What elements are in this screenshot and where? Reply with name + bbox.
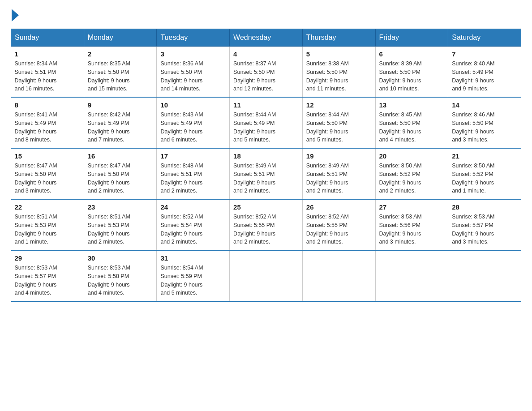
day-info: Sunrise: 8:41 AMSunset: 5:49 PMDaylight:… [15,111,57,143]
day-number: 4 [233,50,299,58]
day-number: 6 [379,50,445,58]
day-cell: 18 Sunrise: 8:49 AMSunset: 5:51 PMDaylig… [230,148,303,199]
day-number: 29 [15,254,80,262]
day-cell: 11 Sunrise: 8:44 AMSunset: 5:49 PMDaylig… [230,97,303,148]
day-number: 5 [306,50,372,58]
day-cell: 16 Sunrise: 8:47 AMSunset: 5:50 PMDaylig… [84,148,157,199]
day-info: Sunrise: 8:54 AMSunset: 5:59 PMDaylight:… [160,265,203,296]
day-info: Sunrise: 8:37 AMSunset: 5:50 PMDaylight:… [233,60,276,92]
calendar-body: 1 Sunrise: 8:34 AMSunset: 5:51 PMDayligh… [11,47,521,302]
day-cell: 12 Sunrise: 8:44 AMSunset: 5:50 PMDaylig… [302,97,375,148]
day-number: 26 [306,203,372,211]
day-number: 25 [233,203,299,211]
day-number: 16 [88,152,153,160]
day-number: 10 [160,101,226,109]
header-cell-wednesday: Wednesday [230,29,303,47]
day-info: Sunrise: 8:47 AMSunset: 5:50 PMDaylight:… [88,163,130,194]
header-cell-thursday: Thursday [302,29,375,47]
day-cell: 28 Sunrise: 8:53 AMSunset: 5:57 PMDaylig… [448,199,521,250]
calendar-header: SundayMondayTuesdayWednesdayThursdayFrid… [11,29,521,47]
header-cell-friday: Friday [375,29,448,47]
day-cell: 8 Sunrise: 8:41 AMSunset: 5:49 PMDayligh… [11,97,84,148]
day-info: Sunrise: 8:50 AMSunset: 5:52 PMDaylight:… [452,163,494,194]
day-info: Sunrise: 8:45 AMSunset: 5:50 PMDaylight:… [379,111,422,143]
day-cell: 6 Sunrise: 8:39 AMSunset: 5:50 PMDayligh… [375,47,448,98]
day-cell: 29 Sunrise: 8:53 AMSunset: 5:57 PMDaylig… [11,250,84,301]
day-number: 1 [15,50,80,58]
day-info: Sunrise: 8:46 AMSunset: 5:50 PMDaylight:… [452,111,494,143]
day-cell: 1 Sunrise: 8:34 AMSunset: 5:51 PMDayligh… [11,47,84,98]
day-number: 21 [452,152,517,160]
day-info: Sunrise: 8:49 AMSunset: 5:51 PMDaylight:… [306,163,349,194]
day-number: 7 [452,50,517,58]
day-cell: 14 Sunrise: 8:46 AMSunset: 5:50 PMDaylig… [448,97,521,148]
logo-triangle-icon [12,9,19,21]
day-cell: 31 Sunrise: 8:54 AMSunset: 5:59 PMDaylig… [157,250,230,301]
day-number: 14 [452,101,517,109]
day-cell: 4 Sunrise: 8:37 AMSunset: 5:50 PMDayligh… [230,47,303,98]
header-row: SundayMondayTuesdayWednesdayThursdayFrid… [11,29,521,47]
week-row-3: 15 Sunrise: 8:47 AMSunset: 5:50 PMDaylig… [11,148,521,199]
day-cell: 20 Sunrise: 8:50 AMSunset: 5:52 PMDaylig… [375,148,448,199]
day-number: 11 [233,101,299,109]
day-number: 20 [379,152,445,160]
day-info: Sunrise: 8:38 AMSunset: 5:50 PMDaylight:… [306,60,349,92]
day-cell: 19 Sunrise: 8:49 AMSunset: 5:51 PMDaylig… [302,148,375,199]
day-cell: 26 Sunrise: 8:52 AMSunset: 5:55 PMDaylig… [302,199,375,250]
day-number: 23 [88,203,153,211]
day-info: Sunrise: 8:35 AMSunset: 5:50 PMDaylight:… [88,60,130,92]
day-info: Sunrise: 8:39 AMSunset: 5:50 PMDaylight:… [379,60,422,92]
day-cell [448,250,521,301]
calendar-table: SundayMondayTuesdayWednesdayThursdayFrid… [11,29,521,302]
day-info: Sunrise: 8:34 AMSunset: 5:51 PMDaylight:… [15,60,57,92]
day-cell: 22 Sunrise: 8:51 AMSunset: 5:53 PMDaylig… [11,199,84,250]
header-cell-tuesday: Tuesday [157,29,230,47]
day-info: Sunrise: 8:51 AMSunset: 5:53 PMDaylight:… [88,214,130,245]
day-info: Sunrise: 8:49 AMSunset: 5:51 PMDaylight:… [233,163,276,194]
day-info: Sunrise: 8:52 AMSunset: 5:54 PMDaylight:… [160,214,203,245]
day-info: Sunrise: 8:47 AMSunset: 5:50 PMDaylight:… [15,163,57,194]
day-cell: 25 Sunrise: 8:52 AMSunset: 5:55 PMDaylig… [230,199,303,250]
day-info: Sunrise: 8:53 AMSunset: 5:58 PMDaylight:… [88,265,130,296]
day-cell: 13 Sunrise: 8:45 AMSunset: 5:50 PMDaylig… [375,97,448,148]
day-info: Sunrise: 8:44 AMSunset: 5:50 PMDaylight:… [306,111,349,143]
day-info: Sunrise: 8:40 AMSunset: 5:49 PMDaylight:… [452,60,494,92]
day-cell: 10 Sunrise: 8:43 AMSunset: 5:49 PMDaylig… [157,97,230,148]
day-cell: 3 Sunrise: 8:36 AMSunset: 5:50 PMDayligh… [157,47,230,98]
day-info: Sunrise: 8:52 AMSunset: 5:55 PMDaylight:… [233,214,276,245]
day-number: 22 [15,203,80,211]
day-number: 17 [160,152,226,160]
day-number: 13 [379,101,445,109]
day-info: Sunrise: 8:53 AMSunset: 5:57 PMDaylight:… [452,214,494,245]
day-info: Sunrise: 8:48 AMSunset: 5:51 PMDaylight:… [160,163,203,194]
day-number: 19 [306,152,372,160]
day-number: 24 [160,203,226,211]
day-info: Sunrise: 8:53 AMSunset: 5:56 PMDaylight:… [379,214,422,245]
day-cell: 2 Sunrise: 8:35 AMSunset: 5:50 PMDayligh… [84,47,157,98]
week-row-2: 8 Sunrise: 8:41 AMSunset: 5:49 PMDayligh… [11,97,521,148]
page-header [11,11,521,21]
day-cell: 9 Sunrise: 8:42 AMSunset: 5:49 PMDayligh… [84,97,157,148]
day-cell: 23 Sunrise: 8:51 AMSunset: 5:53 PMDaylig… [84,199,157,250]
day-cell: 30 Sunrise: 8:53 AMSunset: 5:58 PMDaylig… [84,250,157,301]
day-cell [230,250,303,301]
day-number: 9 [88,101,153,109]
header-cell-saturday: Saturday [448,29,521,47]
day-info: Sunrise: 8:53 AMSunset: 5:57 PMDaylight:… [15,265,57,296]
day-info: Sunrise: 8:50 AMSunset: 5:52 PMDaylight:… [379,163,422,194]
day-number: 12 [306,101,372,109]
day-info: Sunrise: 8:43 AMSunset: 5:49 PMDaylight:… [160,111,203,143]
logo [11,11,19,21]
week-row-1: 1 Sunrise: 8:34 AMSunset: 5:51 PMDayligh… [11,47,521,98]
day-number: 18 [233,152,299,160]
day-cell: 5 Sunrise: 8:38 AMSunset: 5:50 PMDayligh… [302,47,375,98]
day-number: 2 [88,50,153,58]
day-number: 27 [379,203,445,211]
day-info: Sunrise: 8:36 AMSunset: 5:50 PMDaylight:… [160,60,203,92]
day-number: 31 [160,254,226,262]
day-cell: 15 Sunrise: 8:47 AMSunset: 5:50 PMDaylig… [11,148,84,199]
day-cell: 24 Sunrise: 8:52 AMSunset: 5:54 PMDaylig… [157,199,230,250]
day-cell: 7 Sunrise: 8:40 AMSunset: 5:49 PMDayligh… [448,47,521,98]
week-row-5: 29 Sunrise: 8:53 AMSunset: 5:57 PMDaylig… [11,250,521,301]
day-info: Sunrise: 8:42 AMSunset: 5:49 PMDaylight:… [88,111,130,143]
